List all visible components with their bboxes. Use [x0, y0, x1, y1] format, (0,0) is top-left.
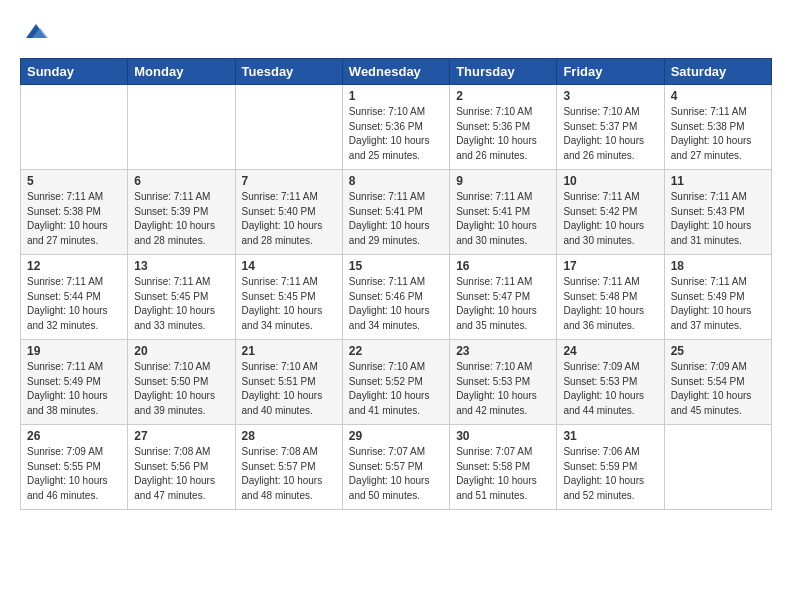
- day-cell: 18Sunrise: 7:11 AM Sunset: 5:49 PM Dayli…: [664, 255, 771, 340]
- logo-icon: [22, 20, 50, 42]
- day-info: Sunrise: 7:10 AM Sunset: 5:53 PM Dayligh…: [456, 360, 550, 418]
- day-number: 24: [563, 344, 657, 358]
- day-number: 23: [456, 344, 550, 358]
- day-number: 21: [242, 344, 336, 358]
- week-row-5: 26Sunrise: 7:09 AM Sunset: 5:55 PM Dayli…: [21, 425, 772, 510]
- day-cell: 13Sunrise: 7:11 AM Sunset: 5:45 PM Dayli…: [128, 255, 235, 340]
- day-number: 5: [27, 174, 121, 188]
- day-number: 25: [671, 344, 765, 358]
- day-cell: 17Sunrise: 7:11 AM Sunset: 5:48 PM Dayli…: [557, 255, 664, 340]
- day-number: 19: [27, 344, 121, 358]
- day-cell: [128, 85, 235, 170]
- day-number: 2: [456, 89, 550, 103]
- day-info: Sunrise: 7:07 AM Sunset: 5:58 PM Dayligh…: [456, 445, 550, 503]
- day-number: 4: [671, 89, 765, 103]
- day-cell: 20Sunrise: 7:10 AM Sunset: 5:50 PM Dayli…: [128, 340, 235, 425]
- day-cell: 24Sunrise: 7:09 AM Sunset: 5:53 PM Dayli…: [557, 340, 664, 425]
- day-info: Sunrise: 7:11 AM Sunset: 5:41 PM Dayligh…: [456, 190, 550, 248]
- day-number: 17: [563, 259, 657, 273]
- day-cell: 9Sunrise: 7:11 AM Sunset: 5:41 PM Daylig…: [450, 170, 557, 255]
- day-info: Sunrise: 7:11 AM Sunset: 5:49 PM Dayligh…: [671, 275, 765, 333]
- day-cell: 26Sunrise: 7:09 AM Sunset: 5:55 PM Dayli…: [21, 425, 128, 510]
- day-cell: 21Sunrise: 7:10 AM Sunset: 5:51 PM Dayli…: [235, 340, 342, 425]
- day-number: 7: [242, 174, 336, 188]
- day-info: Sunrise: 7:07 AM Sunset: 5:57 PM Dayligh…: [349, 445, 443, 503]
- day-info: Sunrise: 7:10 AM Sunset: 5:51 PM Dayligh…: [242, 360, 336, 418]
- day-info: Sunrise: 7:09 AM Sunset: 5:55 PM Dayligh…: [27, 445, 121, 503]
- week-row-4: 19Sunrise: 7:11 AM Sunset: 5:49 PM Dayli…: [21, 340, 772, 425]
- day-number: 6: [134, 174, 228, 188]
- day-number: 26: [27, 429, 121, 443]
- day-info: Sunrise: 7:11 AM Sunset: 5:39 PM Dayligh…: [134, 190, 228, 248]
- day-number: 29: [349, 429, 443, 443]
- day-cell: 3Sunrise: 7:10 AM Sunset: 5:37 PM Daylig…: [557, 85, 664, 170]
- day-cell: 28Sunrise: 7:08 AM Sunset: 5:57 PM Dayli…: [235, 425, 342, 510]
- day-cell: 31Sunrise: 7:06 AM Sunset: 5:59 PM Dayli…: [557, 425, 664, 510]
- week-row-3: 12Sunrise: 7:11 AM Sunset: 5:44 PM Dayli…: [21, 255, 772, 340]
- day-cell: 15Sunrise: 7:11 AM Sunset: 5:46 PM Dayli…: [342, 255, 449, 340]
- day-cell: [21, 85, 128, 170]
- weekday-monday: Monday: [128, 59, 235, 85]
- day-info: Sunrise: 7:08 AM Sunset: 5:57 PM Dayligh…: [242, 445, 336, 503]
- day-info: Sunrise: 7:11 AM Sunset: 5:49 PM Dayligh…: [27, 360, 121, 418]
- day-number: 31: [563, 429, 657, 443]
- day-number: 9: [456, 174, 550, 188]
- day-cell: 30Sunrise: 7:07 AM Sunset: 5:58 PM Dayli…: [450, 425, 557, 510]
- day-number: 1: [349, 89, 443, 103]
- header: [20, 20, 772, 42]
- day-info: Sunrise: 7:10 AM Sunset: 5:37 PM Dayligh…: [563, 105, 657, 163]
- day-number: 14: [242, 259, 336, 273]
- day-cell: 22Sunrise: 7:10 AM Sunset: 5:52 PM Dayli…: [342, 340, 449, 425]
- day-cell: 27Sunrise: 7:08 AM Sunset: 5:56 PM Dayli…: [128, 425, 235, 510]
- day-number: 20: [134, 344, 228, 358]
- weekday-wednesday: Wednesday: [342, 59, 449, 85]
- day-cell: 5Sunrise: 7:11 AM Sunset: 5:38 PM Daylig…: [21, 170, 128, 255]
- weekday-friday: Friday: [557, 59, 664, 85]
- weekday-thursday: Thursday: [450, 59, 557, 85]
- day-cell: [664, 425, 771, 510]
- day-cell: 14Sunrise: 7:11 AM Sunset: 5:45 PM Dayli…: [235, 255, 342, 340]
- day-info: Sunrise: 7:10 AM Sunset: 5:50 PM Dayligh…: [134, 360, 228, 418]
- day-cell: 12Sunrise: 7:11 AM Sunset: 5:44 PM Dayli…: [21, 255, 128, 340]
- day-number: 16: [456, 259, 550, 273]
- day-number: 13: [134, 259, 228, 273]
- day-cell: 6Sunrise: 7:11 AM Sunset: 5:39 PM Daylig…: [128, 170, 235, 255]
- day-cell: 10Sunrise: 7:11 AM Sunset: 5:42 PM Dayli…: [557, 170, 664, 255]
- day-info: Sunrise: 7:11 AM Sunset: 5:46 PM Dayligh…: [349, 275, 443, 333]
- day-number: 8: [349, 174, 443, 188]
- day-info: Sunrise: 7:11 AM Sunset: 5:38 PM Dayligh…: [27, 190, 121, 248]
- day-info: Sunrise: 7:11 AM Sunset: 5:45 PM Dayligh…: [242, 275, 336, 333]
- day-number: 30: [456, 429, 550, 443]
- day-cell: 16Sunrise: 7:11 AM Sunset: 5:47 PM Dayli…: [450, 255, 557, 340]
- day-cell: 2Sunrise: 7:10 AM Sunset: 5:36 PM Daylig…: [450, 85, 557, 170]
- day-cell: 25Sunrise: 7:09 AM Sunset: 5:54 PM Dayli…: [664, 340, 771, 425]
- day-info: Sunrise: 7:08 AM Sunset: 5:56 PM Dayligh…: [134, 445, 228, 503]
- day-info: Sunrise: 7:10 AM Sunset: 5:52 PM Dayligh…: [349, 360, 443, 418]
- weekday-sunday: Sunday: [21, 59, 128, 85]
- week-row-1: 1Sunrise: 7:10 AM Sunset: 5:36 PM Daylig…: [21, 85, 772, 170]
- day-info: Sunrise: 7:11 AM Sunset: 5:45 PM Dayligh…: [134, 275, 228, 333]
- day-cell: 4Sunrise: 7:11 AM Sunset: 5:38 PM Daylig…: [664, 85, 771, 170]
- day-info: Sunrise: 7:11 AM Sunset: 5:47 PM Dayligh…: [456, 275, 550, 333]
- day-info: Sunrise: 7:11 AM Sunset: 5:44 PM Dayligh…: [27, 275, 121, 333]
- day-info: Sunrise: 7:10 AM Sunset: 5:36 PM Dayligh…: [456, 105, 550, 163]
- day-number: 10: [563, 174, 657, 188]
- day-info: Sunrise: 7:09 AM Sunset: 5:53 PM Dayligh…: [563, 360, 657, 418]
- day-number: 18: [671, 259, 765, 273]
- day-number: 12: [27, 259, 121, 273]
- day-cell: 23Sunrise: 7:10 AM Sunset: 5:53 PM Dayli…: [450, 340, 557, 425]
- day-cell: 1Sunrise: 7:10 AM Sunset: 5:36 PM Daylig…: [342, 85, 449, 170]
- day-info: Sunrise: 7:11 AM Sunset: 5:38 PM Dayligh…: [671, 105, 765, 163]
- day-info: Sunrise: 7:10 AM Sunset: 5:36 PM Dayligh…: [349, 105, 443, 163]
- day-info: Sunrise: 7:11 AM Sunset: 5:43 PM Dayligh…: [671, 190, 765, 248]
- day-info: Sunrise: 7:11 AM Sunset: 5:42 PM Dayligh…: [563, 190, 657, 248]
- day-number: 3: [563, 89, 657, 103]
- day-info: Sunrise: 7:11 AM Sunset: 5:41 PM Dayligh…: [349, 190, 443, 248]
- day-number: 27: [134, 429, 228, 443]
- logo: [20, 20, 50, 42]
- weekday-saturday: Saturday: [664, 59, 771, 85]
- day-info: Sunrise: 7:09 AM Sunset: 5:54 PM Dayligh…: [671, 360, 765, 418]
- day-cell: 11Sunrise: 7:11 AM Sunset: 5:43 PM Dayli…: [664, 170, 771, 255]
- day-cell: 7Sunrise: 7:11 AM Sunset: 5:40 PM Daylig…: [235, 170, 342, 255]
- day-cell: 29Sunrise: 7:07 AM Sunset: 5:57 PM Dayli…: [342, 425, 449, 510]
